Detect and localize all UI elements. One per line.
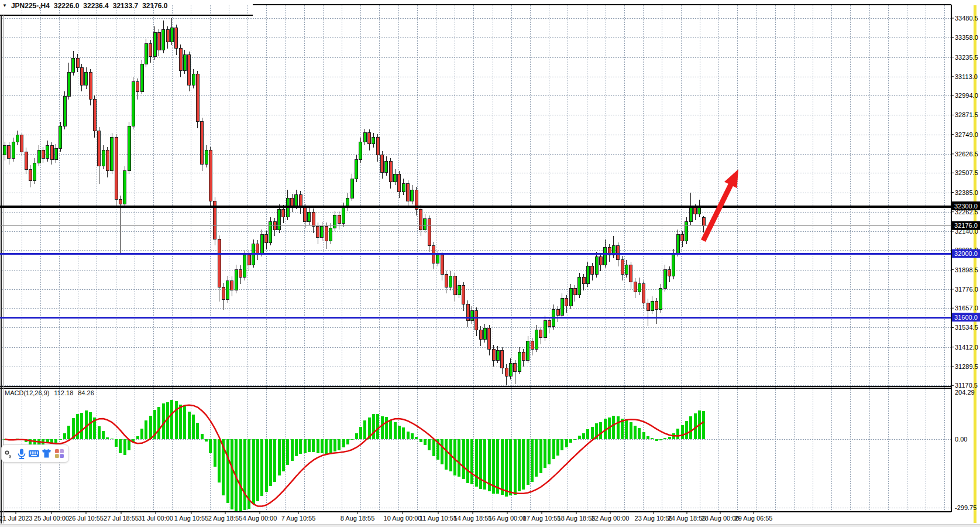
candlesticks	[4, 18, 706, 385]
macd-main-value: 112.18	[54, 389, 73, 396]
horizontal-lines[interactable]	[0, 207, 951, 318]
trend-arrow-annotation[interactable]	[703, 169, 738, 241]
floating-toolbar	[1, 444, 69, 463]
price-tick: 32626.5	[955, 150, 978, 158]
price-tick: 33113.0	[955, 73, 978, 80]
microphone-icon[interactable]	[16, 447, 27, 460]
time-tick: 17 Aug 10:55	[523, 515, 561, 522]
chart-canvas[interactable]: 33480.533358.033235.533113.032994.032871…	[0, 0, 980, 527]
time-tick: 22 Aug 00:00	[592, 515, 630, 522]
ohlc-high: 32236.4	[83, 2, 108, 10]
price-tick: 33480.5	[955, 15, 978, 22]
macd-signal-line	[5, 405, 704, 507]
tshirt-icon[interactable]	[41, 447, 53, 460]
time-tick: 4 Aug 00:00	[243, 515, 277, 522]
macd-histogram	[4, 400, 706, 511]
time-tick: 28 Aug 00:00	[702, 515, 740, 522]
price-badge-label: 32000.0	[954, 250, 978, 257]
symbol-dropdown-icon[interactable]: ▼	[2, 4, 7, 8]
price-tick: 31776.0	[955, 286, 978, 293]
time-axis[interactable]: 21 Jul 202325 Jul 00:0026 Jul 10:5527 Ju…	[0, 512, 772, 522]
price-tick: 31170.5	[955, 382, 978, 389]
price-tick: 32749.0	[955, 131, 978, 138]
time-tick: 14 Aug 18:55	[454, 515, 492, 522]
time-tick: 27 Jul 18:55	[104, 515, 139, 522]
trading-app-screen: 33480.533358.033235.533113.032994.032871…	[0, 0, 980, 527]
time-tick: 11 Aug 10:55	[419, 515, 457, 522]
time-tick: 21 Jul 2023	[0, 515, 32, 522]
time-tick: 24 Aug 18:55	[668, 515, 706, 522]
time-tick: 10 Aug 00:00	[384, 515, 422, 522]
apps-grid-icon[interactable]	[53, 447, 65, 460]
price-tick: 33358.0	[955, 34, 978, 41]
time-tick: 1 Aug 10:55	[174, 515, 209, 522]
chart-symbol-label: JPN225-,H4	[11, 2, 50, 10]
time-tick: 16 Aug 00:00	[489, 515, 527, 522]
price-tick: 32385.0	[955, 189, 978, 196]
macd-tick: 204.29	[955, 389, 975, 396]
price-tick: 31412.0	[955, 344, 978, 351]
price-tick: 31534.5	[955, 324, 978, 331]
keyboard-icon[interactable]	[28, 447, 40, 460]
price-tick: 32994.0	[955, 92, 978, 99]
time-tick: 7 Aug 10:55	[281, 515, 316, 522]
price-tick: 32871.5	[955, 111, 978, 118]
time-tick: 18 Aug 18:55	[558, 515, 596, 522]
yellow-edge-stripe	[974, 5, 976, 523]
price-tick: 31898.5	[955, 266, 978, 273]
price-badge-label: 32176.0	[954, 222, 978, 229]
price-tick: 32507.5	[955, 169, 978, 176]
time-tick: 26 Jul 10:55	[68, 515, 104, 522]
price-tick: 31657.0	[955, 304, 978, 312]
macd-name: MACD(12,26,9)	[5, 389, 49, 396]
macd-signal-value: 84.26	[78, 389, 94, 396]
time-tick: 2 Aug 18:55	[208, 515, 243, 522]
price-tick: 33235.5	[955, 54, 978, 61]
price-tick: 31289.5	[955, 363, 978, 370]
partial-cursor-icon[interactable]	[3, 447, 15, 460]
macd-tick: -299.75	[955, 504, 976, 511]
time-tick: 8 Aug 18:55	[341, 515, 375, 522]
chart-header[interactable]: ▼ JPN225-,H4 32226.0 32236.4 32133.7 321…	[2, 1, 168, 11]
macd-indicator-label: MACD(12,26,9) 112.18 84.26	[5, 389, 94, 396]
price-badge-label: 31600.0	[954, 314, 978, 321]
time-tick: 25 Jul 00:00	[34, 515, 69, 522]
ohlc-open: 32226.0	[54, 2, 79, 10]
time-tick: 29 Aug 06:55	[735, 515, 773, 522]
macd-axis[interactable]: 204.290.00-299.75	[955, 389, 976, 511]
time-tick: 23 Aug 10:55	[635, 515, 673, 522]
ohlc-close: 32176.0	[142, 2, 167, 10]
grid-lines	[2, 5, 951, 512]
time-tick: 31 Jul 00:00	[138, 515, 173, 522]
price-badge-label: 32300.0	[954, 203, 978, 210]
macd-tick: 0.00	[955, 436, 967, 443]
ohlc-low: 32133.7	[113, 2, 138, 10]
